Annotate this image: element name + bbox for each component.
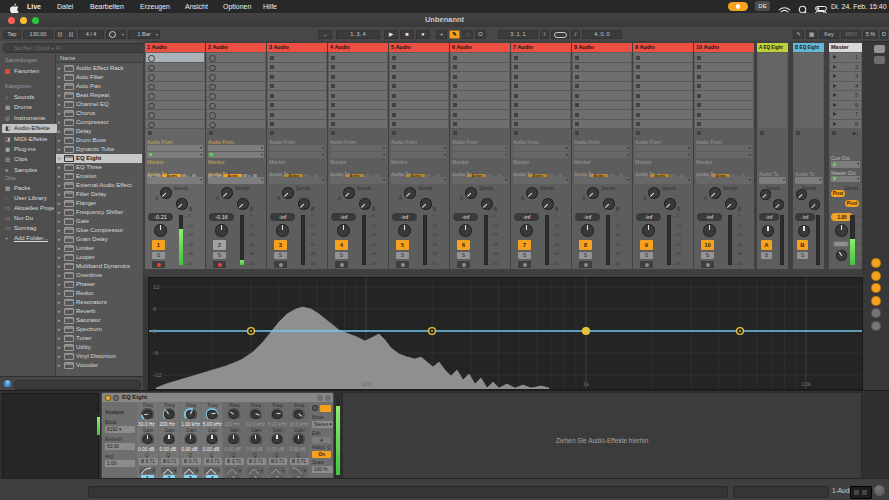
solo-button[interactable]: S bbox=[152, 252, 165, 259]
scene-slot[interactable]: 8 bbox=[830, 120, 861, 130]
scene-slot[interactable]: 6 bbox=[830, 101, 861, 111]
arm-button[interactable] bbox=[701, 261, 714, 268]
pan-knob[interactable] bbox=[276, 224, 289, 237]
device-item-auto-filter[interactable]: ▸Auto Filter bbox=[56, 73, 142, 82]
scene-slot[interactable]: 4 bbox=[830, 82, 861, 92]
send-b-knob[interactable] bbox=[176, 198, 188, 210]
clip-slot[interactable] bbox=[329, 91, 387, 101]
output-chooser[interactable]: Master▾ bbox=[391, 177, 447, 184]
device-item-filter-delay[interactable]: ▸Filter Delay bbox=[56, 190, 142, 199]
arm-button[interactable] bbox=[213, 261, 226, 268]
device-item-external-audio-effect[interactable]: ▸External Audio Effect bbox=[56, 181, 142, 190]
clip-slot[interactable] bbox=[451, 72, 509, 82]
mixer-section-toggle-io[interactable] bbox=[871, 258, 881, 268]
clip-record-button[interactable] bbox=[209, 112, 216, 119]
device-item-auto-pan[interactable]: ▸Auto Pan bbox=[56, 82, 142, 91]
stop-clip-button[interactable] bbox=[209, 131, 213, 135]
time-signature-display[interactable]: 4 / 4 bbox=[78, 30, 104, 39]
clip-slot[interactable] bbox=[573, 110, 631, 120]
arm-button[interactable] bbox=[274, 261, 287, 268]
clip-record-button[interactable] bbox=[148, 122, 155, 129]
clip-slot[interactable] bbox=[634, 63, 692, 73]
send-a-knob[interactable] bbox=[648, 187, 660, 199]
clip-record-button[interactable] bbox=[148, 74, 155, 81]
gain-knob[interactable] bbox=[186, 435, 196, 445]
cpu-load-display[interactable]: 5 % bbox=[863, 30, 878, 39]
clip-slot[interactable] bbox=[695, 53, 753, 63]
track-activator-button[interactable]: 8 bbox=[579, 240, 592, 250]
device-item-chorus[interactable]: ▸Chorus bbox=[56, 109, 142, 118]
device-item-spectrum[interactable]: ▸Spectrum bbox=[56, 325, 142, 334]
sidebar-item-aktuelles-proje[interactable]: ▭Aktuelles Proje bbox=[2, 204, 57, 213]
session-record-button[interactable]: O bbox=[475, 30, 486, 39]
expand-arrow-icon[interactable]: ▸ bbox=[56, 73, 64, 82]
input-channel-chooser[interactable]: 8▾ bbox=[574, 152, 630, 159]
clip-slot[interactable] bbox=[573, 91, 631, 101]
volume-display[interactable]: -inf bbox=[331, 213, 356, 221]
expand-arrow-icon[interactable]: ▸ bbox=[56, 163, 64, 172]
device-item-glue-compressor[interactable]: ▸Glue Compressor bbox=[56, 226, 142, 235]
expand-arrow-icon[interactable]: ▶ bbox=[56, 154, 64, 163]
clip-slot[interactable] bbox=[512, 101, 570, 111]
stop-clip-button[interactable] bbox=[796, 131, 800, 135]
device-activator-button[interactable] bbox=[105, 395, 111, 401]
automation-arm-button[interactable]: ✎ bbox=[449, 30, 460, 39]
sidebar-item-audio-effekte[interactable]: ◧Audio-Effekte bbox=[2, 124, 57, 133]
adapt-q-toggle[interactable]: On bbox=[312, 451, 331, 458]
clip-slot[interactable] bbox=[695, 82, 753, 92]
clip-slot[interactable] bbox=[329, 72, 387, 82]
clip-slot[interactable] bbox=[268, 63, 326, 73]
send-a-knob[interactable] bbox=[343, 187, 355, 199]
input-type-chooser[interactable]: Ext. In▾ bbox=[269, 145, 325, 152]
clip-slot[interactable] bbox=[451, 120, 509, 130]
clip-slot[interactable] bbox=[695, 120, 753, 130]
sidebar-item-clips[interactable]: ▤Clips bbox=[2, 155, 57, 164]
clip-slot[interactable] bbox=[146, 63, 204, 73]
clip-slot[interactable] bbox=[390, 101, 448, 111]
expand-arrow-icon[interactable]: ▸ bbox=[56, 289, 64, 298]
device-item-phaser[interactable]: ▸Phaser bbox=[56, 280, 142, 289]
hot-swap-button[interactable] bbox=[113, 395, 119, 401]
gain-knob[interactable] bbox=[294, 435, 304, 445]
midi-map-button[interactable]: MIDI bbox=[841, 30, 861, 39]
clip-slot[interactable] bbox=[451, 82, 509, 92]
expand-arrow-icon[interactable]: ▸ bbox=[56, 82, 64, 91]
track-activator-button[interactable]: A bbox=[761, 240, 772, 250]
expand-arrow-icon[interactable]: ▸ bbox=[56, 235, 64, 244]
expand-arrow-icon[interactable]: ▸ bbox=[56, 361, 64, 370]
pan-knob[interactable] bbox=[337, 224, 350, 237]
send-b-post-toggle[interactable]: Post bbox=[845, 200, 859, 207]
output-chooser[interactable]: Master▾ bbox=[574, 177, 630, 184]
sidebar-item-sonntag[interactable]: ▭Sonntag bbox=[2, 224, 57, 233]
clip-slot[interactable] bbox=[573, 53, 631, 63]
expanded-view-toggle[interactable] bbox=[320, 405, 331, 412]
clip-record-button[interactable] bbox=[209, 84, 216, 91]
track-activator-button[interactable]: 5 bbox=[396, 240, 409, 250]
send-a-knob[interactable] bbox=[465, 187, 477, 199]
clip-slot[interactable] bbox=[146, 53, 204, 63]
sidebar-item-instrumente[interactable]: ◎Instrumente bbox=[2, 114, 57, 123]
expand-arrow-icon[interactable]: ▸ bbox=[56, 271, 64, 280]
send-a-knob[interactable] bbox=[709, 187, 721, 199]
filter-shape-chooser[interactable]: ▾ bbox=[225, 467, 242, 474]
send-b-knob[interactable] bbox=[237, 198, 249, 210]
clip-slot[interactable] bbox=[390, 120, 448, 130]
freq-knob[interactable] bbox=[207, 410, 217, 420]
pan-knob[interactable] bbox=[520, 224, 533, 237]
scene-slot[interactable]: 5 bbox=[830, 91, 861, 101]
stop-clip-button[interactable] bbox=[575, 131, 579, 135]
control-center-icon[interactable] bbox=[815, 2, 827, 12]
clip-record-button[interactable] bbox=[209, 55, 216, 62]
clip-slot[interactable] bbox=[573, 120, 631, 130]
volume-display[interactable]: -inf bbox=[270, 213, 295, 221]
send-b-knob[interactable] bbox=[420, 198, 432, 210]
eq-band-handle-3[interactable] bbox=[583, 328, 590, 335]
clip-slot[interactable] bbox=[634, 91, 692, 101]
track-header[interactable]: 3 Audio bbox=[267, 43, 327, 52]
clip-slot[interactable] bbox=[329, 120, 387, 130]
solo-button[interactable]: S bbox=[396, 252, 409, 259]
tap-tempo-button[interactable]: Tap bbox=[3, 30, 21, 39]
track-activator-button[interactable]: 7 bbox=[518, 240, 531, 250]
track-header[interactable]: B EQ Eight bbox=[793, 43, 824, 52]
send-b-knob[interactable] bbox=[603, 198, 615, 210]
